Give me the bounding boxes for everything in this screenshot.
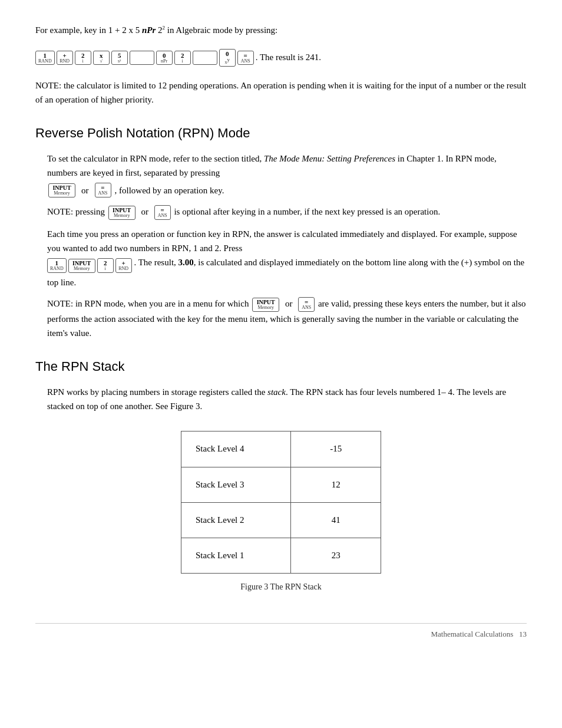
key-sublabel: √ [100, 59, 102, 64]
rpn-stack-para1: RPN works by placing numbers in storage … [47, 385, 527, 413]
key-input-memory2: INPUT Memory [108, 206, 135, 220]
key-plus-rnd2: + RND [115, 258, 132, 273]
stack-level-3-name: Stack Level 3 [181, 467, 291, 502]
key-sublabel: i [105, 266, 106, 272]
key-eq-ans: = ANS [237, 51, 254, 65]
key-label: 2 [81, 52, 85, 59]
key-plus-rnd: + RND [57, 51, 73, 65]
key-eq-ans2: = ANS [95, 183, 111, 197]
rpn-para3-result-bold: 3.00 [178, 258, 194, 267]
key-blank2 [193, 51, 217, 65]
rpn-para1-followed: , followed by an operation key. [115, 183, 224, 197]
key-label: = [244, 52, 247, 59]
stack-level-3-value: 12 [291, 467, 381, 502]
key-sublabel: i [182, 59, 183, 64]
rpn-stack-section-heading: The RPN Stack [35, 357, 527, 377]
eq-key-group1: = ANS [95, 183, 111, 197]
key-label: 2 [181, 52, 184, 59]
rpn-note2: NOTE: pressing INPUT Memory or = ANS is … [47, 205, 527, 220]
key-sublabel: ANS [302, 305, 311, 311]
key-sublabel: nPr [161, 59, 167, 64]
key-1-rand2: 1 RAND [47, 258, 67, 273]
example-intro-text: For example, key in 1 + 2 x 5 [35, 25, 142, 35]
key-eq-ans3: = ANS [154, 205, 171, 220]
key-sublabel: Memory [257, 305, 274, 311]
example-intro-line: For example, key in 1 + 2 x 5 nPr 22 in … [35, 24, 527, 37]
note-operations-text: NOTE: the calculator is limited to 12 pe… [35, 81, 526, 104]
key-2-i: 2 i [75, 51, 91, 65]
result-text: . The result is 241. [256, 51, 321, 64]
key-sublabel: ANS [98, 191, 107, 196]
key-sublabel: s² [118, 59, 121, 64]
key-sublabel: RND [118, 266, 128, 272]
rpn-para1-italic: The Mode Menu: Setting Preferences [264, 154, 395, 163]
key-sublabel [204, 59, 206, 64]
or-text4: or [285, 299, 293, 308]
page-content: For example, key in 1 + 2 x 5 nPr 22 in … [35, 24, 527, 640]
key-label [204, 52, 206, 59]
key-sequence-row: 1 RAND + RND 2 i x √ 5 s² 0 nPr 2 i [35, 49, 321, 67]
stack-table-container: Stack Level 4 -15 Stack Level 3 12 Stack… [35, 431, 527, 594]
key-sublabel: Memory [74, 266, 90, 272]
rpn-note2-pre: NOTE: pressing [47, 207, 105, 216]
key-sublabel: RAND [50, 266, 64, 272]
rpn-note4-pre: NOTE: in RPN mode, when you are in a men… [47, 299, 249, 308]
key-label: 1 [44, 52, 47, 59]
stack-level-1-value: 23 [291, 538, 381, 574]
rpn-section-body: To set the calculator in RPN mode, refer… [47, 151, 527, 340]
rpn-para1-pre: To set the calculator in RPN mode, refer… [47, 154, 264, 163]
input-key-group1: INPUT Memory [48, 183, 75, 197]
key-label: x [100, 52, 103, 59]
stack-level-4-name: Stack Level 4 [181, 431, 291, 467]
eq-key-group4: = ANS [298, 297, 315, 312]
key-sublabel: RAND [38, 59, 52, 64]
key-sublabel: xy [224, 57, 230, 65]
rpn-note4: NOTE: in RPN mode, when you are in a men… [47, 297, 527, 340]
key-blank1 [130, 51, 154, 65]
rpn-para3-result-pre: . The result, [134, 258, 178, 267]
key-label: 5 [118, 52, 121, 59]
table-row: Stack Level 1 23 [181, 538, 381, 574]
key-input-memory: INPUT Memory [48, 183, 75, 197]
key-sublabel: Memory [114, 213, 130, 219]
rpn-para3: Each time you press an operation or func… [47, 227, 527, 289]
key-sublabel: ANS [241, 59, 250, 64]
stack-level-4-value: -15 [291, 431, 381, 467]
key-2-i3: 2 i [97, 258, 114, 273]
rpn-stack-section-body: RPN works by placing numbers in storage … [47, 385, 527, 413]
key-2-i2: 2 i [174, 51, 191, 65]
exponent-expr: 22 [158, 25, 165, 35]
footer-label: Mathematical Calculations [431, 628, 514, 640]
or-text2: or [141, 207, 148, 216]
key-5-s2: 5 s² [111, 51, 128, 65]
key-sublabel [141, 59, 143, 64]
page-footer: Mathematical Calculations 13 [35, 623, 527, 640]
key-0-npr: 0 nPr [156, 51, 173, 65]
rpn-stack-para1-italic: stack [267, 387, 286, 397]
key-input-memory3: INPUT Memory [68, 259, 95, 273]
example-mode-text: in Algebraic mode by pressing: [165, 25, 277, 35]
key-sublabel: RND [59, 59, 70, 64]
stack-level-1-name: Stack Level 1 [181, 538, 291, 574]
key-0-xy: 0 xy [219, 49, 236, 67]
key-input-memory4: INPUT Memory [252, 298, 279, 312]
input-key-group2: INPUT Memory [108, 206, 135, 220]
stack-table: Stack Level 4 -15 Stack Level 3 12 Stack… [181, 431, 381, 574]
key-1-rand: 1 RAND [35, 51, 55, 65]
table-row: Stack Level 2 41 [181, 502, 381, 538]
key-label: + [63, 52, 67, 59]
rpn-note2-post: is optional after keying in a number, if… [174, 207, 440, 216]
figure-caption: Figure 3 The RPN Stack [240, 581, 321, 594]
key-sublabel: i [82, 59, 84, 64]
key-label [141, 52, 143, 59]
key-sublabel: ANS [158, 213, 167, 219]
or-text1: or [81, 183, 89, 197]
note-operations: NOTE: the calculator is limited to 12 pe… [35, 78, 527, 107]
table-row: Stack Level 4 -15 [181, 431, 381, 467]
formula-italic: nPr [142, 25, 156, 35]
input-key-group4: INPUT Memory [252, 298, 279, 312]
eq-key-group2: = ANS [154, 205, 171, 220]
footer-page: 13 [519, 628, 527, 640]
key-x-sqrt: x √ [93, 51, 110, 65]
stack-level-2-value: 41 [291, 502, 381, 538]
